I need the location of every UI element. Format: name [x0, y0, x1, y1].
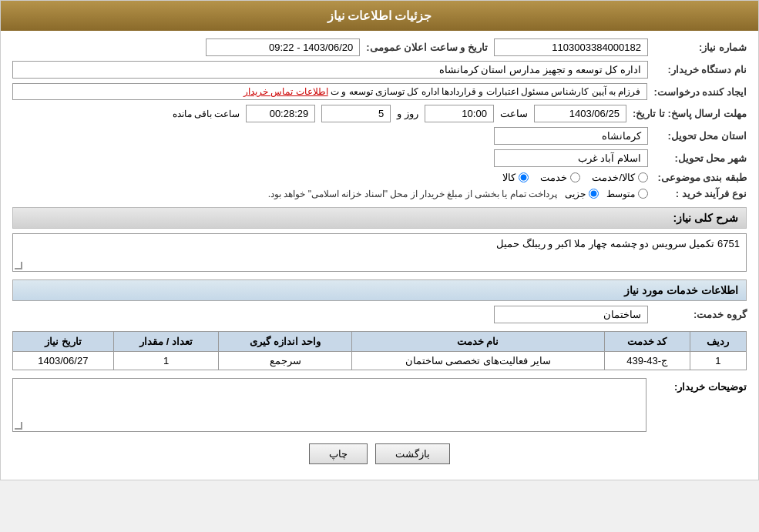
category-radio-khedmat[interactable]	[570, 172, 580, 182]
page-wrapper: جزئیات اطلاعات نیاز شماره نیاز: 11030033…	[0, 0, 759, 480]
group-label: گروه خدمت:	[654, 309, 747, 320]
category-radio-group: کالا/خدمت خدمت کالا	[502, 172, 648, 183]
process-radio-jozi[interactable]	[589, 189, 599, 199]
main-content: شماره نیاز: 1103003384000182 تاریخ و ساع…	[1, 31, 758, 480]
response-time-value: 10:00	[425, 105, 494, 122]
creator-value: فرزام به آیین کارشناس مسئول اعتبارات و ق…	[12, 83, 647, 100]
province-row: استان محل تحویل: کرمانشاه	[12, 127, 747, 145]
buyer-org-value: اداره کل توسعه و تجهیز مدارس استان کرمان…	[12, 61, 648, 79]
col-quantity: تعداد / مقدار	[113, 332, 219, 352]
group-value: ساختمان	[494, 306, 648, 323]
category-option-kala[interactable]: کالا	[502, 172, 529, 183]
buyer-desc-section: توضیحات خریدار:	[12, 378, 747, 432]
category-radio-kala-khedmat[interactable]	[638, 172, 648, 182]
process-options: متوسط جزیی پرداخت تمام یا بخشی از مبلغ خ…	[268, 189, 648, 199]
response-date-value: 1403/06/25	[534, 105, 626, 122]
description-value: 6751 تکمیل سرویس دو چشمه چهار ملا اکبر و…	[496, 238, 740, 249]
col-unit: واحد اندازه گیری	[219, 332, 351, 352]
need-number-label: شماره نیاز:	[654, 42, 747, 53]
services-section-title: اطلاعات خدمات مورد نیاز	[12, 279, 747, 301]
need-number-row: شماره نیاز: 1103003384000182 تاریخ و ساع…	[12, 38, 747, 56]
buyer-desc-box	[12, 378, 646, 432]
province-value: کرمانشاه	[494, 127, 648, 145]
buyer-desc-resize-handle[interactable]	[15, 422, 22, 430]
process-radio-motavaset[interactable]	[638, 189, 648, 199]
button-row: بازگشت چاپ	[12, 443, 747, 464]
remaining-value: 00:28:29	[246, 105, 315, 122]
process-note: پرداخت تمام یا بخشی از مبلغ خریدار از مح…	[268, 189, 557, 199]
services-table: ردیف کد خدمت نام خدمت واحد اندازه گیری ت…	[12, 331, 747, 370]
buyer-org-label: نام دستگاه خریدار:	[654, 64, 747, 75]
category-option-khedmat[interactable]: خدمت	[540, 172, 580, 183]
page-title: جزئیات اطلاعات نیاز	[327, 9, 432, 22]
resize-handle[interactable]	[15, 262, 22, 269]
process-option-jozi[interactable]: جزیی	[565, 189, 599, 199]
announce-date-label: تاریخ و ساعت اعلان عمومی:	[366, 42, 488, 53]
creator-label: ایجاد کننده درخواست:	[653, 86, 747, 98]
col-row-number: ردیف	[690, 332, 746, 352]
creator-row: ایجاد کننده درخواست: فرزام به آیین کارشن…	[12, 83, 747, 100]
back-button[interactable]: بازگشت	[375, 443, 450, 464]
table-header-row: ردیف کد خدمت نام خدمت واحد اندازه گیری ت…	[13, 332, 747, 352]
category-radio-kala[interactable]	[519, 172, 529, 182]
announce-date-value: 1403/06/20 - 09:22	[206, 38, 360, 56]
city-value: اسلام آباد غرب	[494, 149, 648, 167]
response-days-label: روز و	[397, 108, 418, 119]
city-row: شهر محل تحویل: اسلام آباد غرب	[12, 149, 747, 167]
remaining-label: ساعت باقی مانده	[173, 109, 240, 119]
buyer-desc-label: توضیحات خریدار:	[654, 378, 747, 393]
process-label: نوع فرآیند خرید :	[654, 188, 747, 199]
col-service-code: کد خدمت	[604, 332, 690, 352]
province-label: استان محل تحویل:	[654, 130, 747, 142]
col-service-name: نام خدمت	[351, 332, 604, 352]
buyer-org-row: نام دستگاه خریدار: اداره کل توسعه و تجهی…	[12, 61, 747, 79]
city-label: شهر محل تحویل:	[654, 152, 747, 164]
category-option-kala-khedmat[interactable]: کالا/خدمت	[592, 172, 648, 183]
services-table-section: ردیف کد خدمت نام خدمت واحد اندازه گیری ت…	[12, 331, 747, 370]
response-time-label: ساعت	[500, 108, 528, 119]
description-section-title: شرح کلی نیاز:	[12, 207, 747, 229]
creator-contact-link[interactable]: اطلاعات تماس خریدار	[243, 86, 328, 97]
response-days-value: 5	[321, 105, 391, 122]
table-row: 1ج-43-439سایر فعالیت‌های تخصصی ساختمانسر…	[13, 352, 747, 370]
need-number-value: 1103003384000182	[494, 38, 648, 56]
page-header: جزئیات اطلاعات نیاز	[1, 1, 758, 31]
description-box-wrapper: 6751 تکمیل سرویس دو چشمه چهار ملا اکبر و…	[12, 233, 747, 272]
category-row: طبقه بندی موضوعی: کالا/خدمت خدمت کالا	[12, 172, 747, 183]
response-deadline-row: مهلت ارسال پاسخ: تا تاریخ: 1403/06/25 سا…	[12, 105, 747, 122]
group-row: گروه خدمت: ساختمان	[12, 306, 747, 323]
col-need-date: تاریخ نیاز	[13, 332, 114, 352]
print-button[interactable]: چاپ	[309, 443, 368, 464]
category-label: طبقه بندی موضوعی:	[654, 172, 747, 183]
response-deadline-label: مهلت ارسال پاسخ: تا تاریخ:	[633, 108, 747, 119]
process-row: نوع فرآیند خرید : متوسط جزیی پرداخت تمام…	[12, 188, 747, 199]
process-option-motavaset[interactable]: متوسط	[606, 189, 648, 199]
description-box: 6751 تکمیل سرویس دو چشمه چهار ملا اکبر و…	[12, 233, 747, 272]
